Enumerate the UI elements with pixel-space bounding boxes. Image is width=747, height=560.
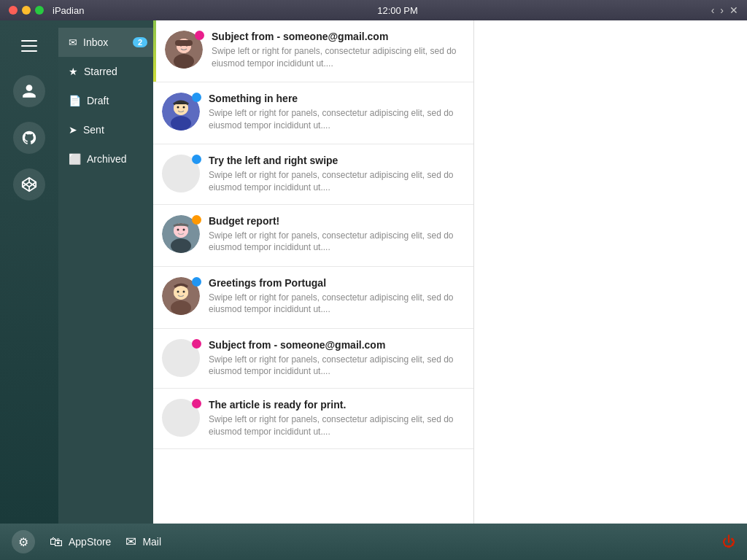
folder-inbox[interactable]: ✉ Inbox 2 <box>58 28 153 57</box>
nav-controls: ‹ › ✕ <box>711 4 738 16</box>
svg-point-14 <box>177 106 179 109</box>
svg-point-24 <box>171 300 191 315</box>
email-content: Subject from - someone@gmail.comSwipe le… <box>209 339 465 378</box>
email-subject: Something in here <box>209 93 465 104</box>
codepen-icon <box>21 176 37 192</box>
mail-label: Mail <box>142 536 161 548</box>
email-preview: Swipe left or right for panels, consecte… <box>209 107 465 132</box>
email-content: Try the left and right swipeSwipe left o… <box>209 155 465 194</box>
folder-starred[interactable]: ★ Starred <box>58 57 153 86</box>
svg-point-18 <box>171 238 191 253</box>
email-item[interactable]: Try the left and right swipeSwipe left o… <box>153 144 473 205</box>
hamburger-button[interactable] <box>15 31 44 61</box>
inbox-badge: 2 <box>133 37 147 47</box>
email-content: Greetings from PortugalSwipe left or rig… <box>209 277 465 316</box>
avatar-wrap <box>162 93 200 133</box>
email-subject: Greetings from Portugal <box>209 277 465 289</box>
power-button[interactable]: ⏻ <box>722 534 735 550</box>
svg-point-5 <box>174 54 194 69</box>
unread-dot <box>192 277 201 287</box>
email-subject: Try the left and right swipe <box>209 155 465 166</box>
archived-label: Archived <box>87 153 126 165</box>
app-container: ✉ Inbox 2 ★ Starred 📄 Draft ➤ Sent ⬜ Arc… <box>0 20 747 524</box>
svg-point-26 <box>177 290 179 292</box>
icon-sidebar <box>0 20 58 524</box>
title-bar: iPadian 12:00 PM ‹ › ✕ <box>0 0 747 20</box>
email-preview: Swipe left or right for panels, consecte… <box>209 169 465 194</box>
hamburger-line-3 <box>21 50 37 52</box>
svg-point-15 <box>183 106 185 109</box>
codepen-icon-btn[interactable] <box>13 168 45 201</box>
github-icon-btn[interactable] <box>13 122 45 154</box>
draft-label: Draft <box>87 95 109 106</box>
starred-icon: ★ <box>69 66 78 77</box>
forward-button[interactable]: › <box>720 4 724 16</box>
accent-bar <box>153 20 156 82</box>
avatar-wrap <box>162 155 200 192</box>
email-content: Subject from - someone@gmail.comSwipe le… <box>212 31 465 70</box>
settings-circle-icon: ⚙ <box>18 535 28 549</box>
avatar-wrap <box>162 277 200 318</box>
email-subject: Subject from - someone@gmail.com <box>209 339 465 351</box>
svg-point-12 <box>171 116 191 131</box>
mail-icon: ✉ <box>125 534 136 550</box>
unread-dot <box>192 339 201 349</box>
email-item[interactable]: The article is ready for print.Swipe lef… <box>153 389 473 449</box>
archived-icon: ⬜ <box>69 153 81 165</box>
appstore-icon: 🛍 <box>50 534 63 550</box>
email-preview: Swipe left or right for panels, consecte… <box>209 413 465 438</box>
appstore-label: AppStore <box>69 536 111 548</box>
email-item[interactable]: Something in hereSwipe left or right for… <box>153 82 473 144</box>
appstore-taskbar-item[interactable]: 🛍 AppStore <box>50 534 111 550</box>
maximize-dot[interactable] <box>35 6 44 15</box>
email-item[interactable]: Subject from - someone@gmail.comSwipe le… <box>153 329 473 389</box>
unread-dot <box>192 399 201 408</box>
folder-archived[interactable]: ⬜ Archived <box>58 144 153 174</box>
email-preview: Swipe left or right for panels, consecte… <box>209 230 465 254</box>
starred-label: Starred <box>84 66 117 77</box>
avatar-wrap <box>162 339 200 377</box>
folder-sent[interactable]: ➤ Sent <box>58 115 153 144</box>
draft-icon: 📄 <box>69 95 81 106</box>
back-button[interactable]: ‹ <box>711 4 715 16</box>
inbox-icon: ✉ <box>69 36 77 48</box>
email-subject: Budget report! <box>209 215 465 227</box>
email-preview: Swipe left or right for panels, consecte… <box>209 292 465 316</box>
email-content: The article is ready for print.Swipe lef… <box>209 399 465 438</box>
email-content: Budget report!Swipe left or right for pa… <box>209 215 465 254</box>
svg-point-20 <box>177 228 179 230</box>
svg-rect-9 <box>175 40 193 46</box>
email-item[interactable]: Greetings from PortugalSwipe left or rig… <box>153 267 473 329</box>
sent-label: Sent <box>83 124 104 136</box>
detail-panel <box>474 20 747 524</box>
mail-taskbar-item[interactable]: ✉ Mail <box>125 534 161 550</box>
folder-draft[interactable]: 📄 Draft <box>58 86 153 115</box>
close-button[interactable]: ✕ <box>729 4 738 16</box>
unread-dot <box>195 31 204 40</box>
app-name-label: iPadian <box>53 5 84 16</box>
svg-point-27 <box>183 290 185 292</box>
unread-dot <box>192 215 201 225</box>
window-controls: iPadian <box>9 5 84 16</box>
unread-dot <box>192 155 201 164</box>
close-dot[interactable] <box>9 6 18 15</box>
sent-icon: ➤ <box>69 124 77 136</box>
email-item[interactable]: Budget report!Swipe left or right for pa… <box>153 205 473 267</box>
person-icon <box>21 83 37 99</box>
svg-point-21 <box>183 228 185 230</box>
minimize-dot[interactable] <box>22 6 31 15</box>
hamburger-line-1 <box>21 40 37 42</box>
email-item[interactable]: Subject from - someone@gmail.comSwipe le… <box>153 20 473 82</box>
avatar-wrap <box>162 215 200 256</box>
avatar-wrap <box>162 399 200 437</box>
email-content: Something in hereSwipe left or right for… <box>209 93 465 132</box>
folder-sidebar: ✉ Inbox 2 ★ Starred 📄 Draft ➤ Sent ⬜ Arc… <box>58 20 153 524</box>
settings-taskbar-icon[interactable]: ⚙ <box>12 530 35 553</box>
email-preview: Swipe left or right for panels, consecte… <box>212 45 465 70</box>
email-subject: The article is ready for print. <box>209 399 465 411</box>
email-list-panel: Subject from - someone@gmail.comSwipe le… <box>153 20 474 524</box>
person-icon-btn[interactable] <box>13 75 45 107</box>
email-subject: Subject from - someone@gmail.com <box>212 31 465 42</box>
hamburger-line-2 <box>21 45 37 47</box>
avatar-wrap <box>165 31 203 71</box>
